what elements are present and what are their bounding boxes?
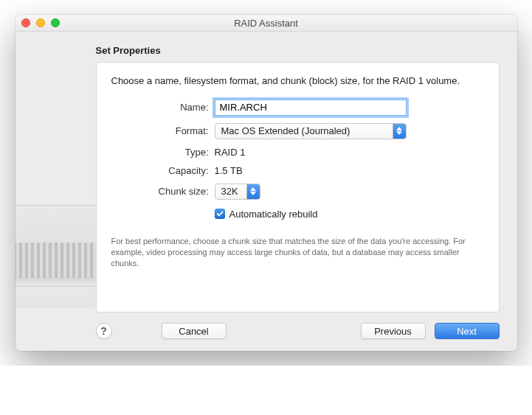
svg-marker-0 (396, 127, 402, 130)
format-selected-value: Mac OS Extended (Journaled) (221, 125, 358, 136)
type-label: Type: (141, 147, 215, 158)
titlebar: RAID Assistant (15, 15, 517, 32)
intro-text: Choose a name, filesystem format, and ch… (111, 74, 484, 88)
capacity-label: Capacity: (141, 165, 215, 176)
capacity-value: 1.5 TB (215, 165, 243, 176)
auto-rebuild-checkbox[interactable]: Automatically rebuild (215, 209, 318, 220)
svg-marker-3 (250, 192, 256, 195)
chunk-label: Chunk size: (141, 186, 215, 197)
previous-button[interactable]: Previous (361, 323, 426, 339)
cancel-button[interactable]: Cancel (162, 323, 227, 339)
format-label: Format: (141, 125, 215, 136)
svg-marker-2 (250, 187, 256, 191)
next-button[interactable]: Next (435, 323, 500, 339)
close-button[interactable] (21, 18, 30, 27)
chunk-size-select[interactable]: 32K (215, 184, 260, 200)
svg-marker-1 (396, 131, 402, 135)
updown-arrows-icon (246, 184, 260, 199)
raid-assistant-window: RAID Assistant Set Properties Choose a n… (15, 15, 517, 351)
properties-panel: Choose a name, filesystem format, and ch… (96, 62, 500, 313)
help-icon: ? (100, 325, 107, 337)
name-input[interactable] (215, 100, 407, 116)
footer: ? Cancel Previous Next (96, 313, 500, 339)
sidebar-illustration (15, 69, 97, 308)
section-title: Set Properties (96, 45, 500, 56)
minimize-button[interactable] (36, 18, 45, 27)
checkbox-checked-icon (215, 209, 225, 219)
auto-rebuild-label: Automatically rebuild (229, 209, 318, 220)
traffic-lights (21, 18, 60, 27)
format-select[interactable]: Mac OS Extended (Journaled) (215, 123, 407, 139)
updown-arrows-icon (393, 124, 406, 139)
name-label: Name: (141, 102, 215, 113)
window-title: RAID Assistant (15, 18, 517, 29)
chunk-size-footnote: For best performance, choose a chunk siz… (111, 236, 484, 270)
chunk-selected-value: 32K (221, 186, 246, 197)
help-button[interactable]: ? (96, 323, 112, 339)
type-value: RAID 1 (215, 147, 246, 158)
zoom-button[interactable] (51, 18, 60, 27)
